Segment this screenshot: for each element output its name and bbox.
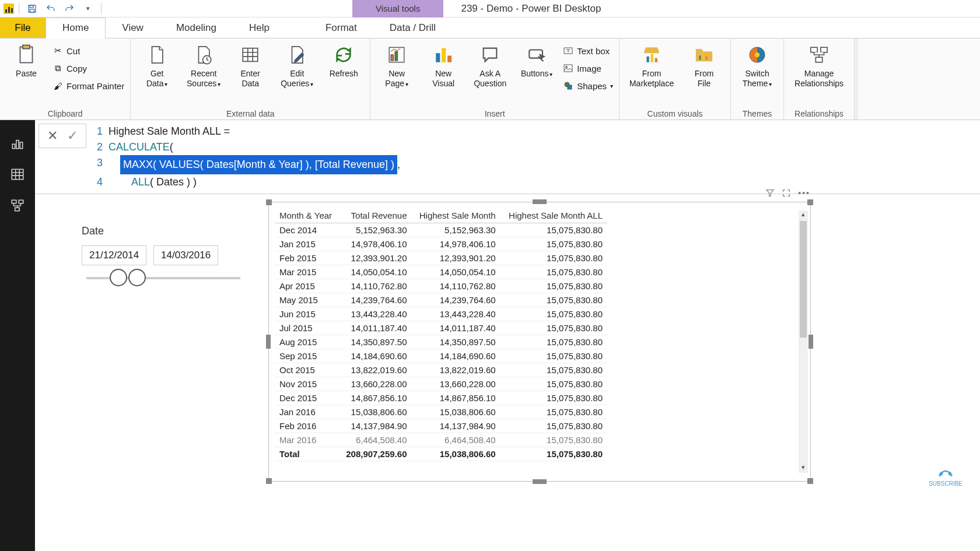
cell: 14,011,187.40 <box>411 321 500 335</box>
cell: 15,038,806.60 <box>339 405 412 419</box>
resize-handle[interactable] <box>266 199 272 205</box>
table-row[interactable]: Jul 201514,011,187.4014,011,187.4015,075… <box>275 321 607 335</box>
new-visual-button[interactable]: New Visual <box>423 41 464 89</box>
vertical-scrollbar[interactable]: ▴ ▾ <box>799 210 808 473</box>
get-data-button[interactable]: Get Data <box>136 41 177 89</box>
copy-button[interactable]: ⧉Copy <box>52 61 124 76</box>
more-options-icon[interactable]: ••• <box>798 188 810 199</box>
from-file-button[interactable]: From File <box>684 41 724 89</box>
format-painter-button[interactable]: 🖌Format Painter <box>52 78 124 93</box>
model-view-button[interactable] <box>9 197 26 215</box>
image-button[interactable]: Image <box>563 61 613 76</box>
svg-rect-31 <box>16 141 19 149</box>
table-row[interactable]: Sep 201514,184,690.6014,184,690.6015,075… <box>275 349 607 363</box>
table-row[interactable]: Mar 20166,464,508.406,464,508.4015,075,8… <box>275 433 607 447</box>
column-header[interactable]: Highest Sale Month ALL <box>501 208 607 223</box>
redo-button[interactable] <box>61 2 78 16</box>
cell: 14,110,762.80 <box>339 279 412 293</box>
table-row[interactable]: Feb 201512,393,901.2012,393,901.2015,075… <box>275 251 607 265</box>
resize-handle[interactable] <box>266 335 271 349</box>
textbox-button[interactable]: Text box <box>563 43 613 58</box>
shapes-button[interactable]: Shapes ▾ <box>563 78 613 93</box>
new-page-button[interactable]: New Page <box>376 41 417 89</box>
column-header[interactable]: Highest Sale Month <box>411 208 500 223</box>
tab-data-drill[interactable]: Data / Drill <box>373 17 452 38</box>
formula-editor[interactable]: 1Highest Sale Month ALL = 2CALCULATE( 3 … <box>90 120 980 194</box>
cut-button[interactable]: ✂Cut <box>52 43 124 58</box>
tab-view[interactable]: View <box>106 17 160 38</box>
table-row[interactable]: May 201514,239,764.6014,239,764.6015,075… <box>275 293 607 307</box>
slicer-range[interactable] <box>86 277 240 279</box>
cell: 14,137,984.90 <box>411 419 500 433</box>
data-view-button[interactable] <box>9 166 26 183</box>
cell: 14,239,764.60 <box>339 293 412 307</box>
table-row[interactable]: Oct 201513,822,019.6013,822,019.6015,075… <box>275 363 607 377</box>
table-row[interactable]: Nov 201513,660,228.0013,660,228.0015,075… <box>275 377 607 391</box>
title-bar: ▾ Visual tools 239 - Demo - Power BI Des… <box>0 0 980 17</box>
ribbon-tabs: File Home View Modeling Help Format Data… <box>0 17 980 38</box>
table-row[interactable]: Apr 201514,110,762.8014,110,762.8015,075… <box>275 279 607 293</box>
separator <box>101 3 102 15</box>
formula-bar: ✕ ✓ 1Highest Sale Month ALL = 2CALCULATE… <box>35 120 980 194</box>
cell: 12,393,901.20 <box>411 251 500 265</box>
cell: 15,075,830.80 <box>501 223 607 237</box>
svg-rect-33 <box>12 169 23 179</box>
refresh-button[interactable]: Refresh <box>323 41 364 79</box>
column-header[interactable]: Total Revenue <box>339 208 412 223</box>
save-button[interactable] <box>24 2 40 16</box>
scissors-icon: ✂ <box>52 45 63 56</box>
table-row[interactable]: Feb 201614,137,984.9014,137,984.9015,075… <box>275 419 607 433</box>
table-visual[interactable]: ••• Month & YearTotal RevenueHighest Sal… <box>268 202 811 482</box>
paintbrush-icon: 🖌 <box>52 80 63 91</box>
switch-theme-button[interactable]: Switch Theme <box>737 41 778 89</box>
table-row[interactable]: Jun 201513,443,228.4013,443,228.4015,075… <box>275 307 607 321</box>
scrollbar-thumb[interactable] <box>800 221 807 338</box>
scroll-down-icon[interactable]: ▾ <box>799 464 808 473</box>
report-view-button[interactable] <box>9 134 26 152</box>
table-row[interactable]: Dec 20145,152,963.305,152,963.3015,075,8… <box>275 223 607 237</box>
date-slicer[interactable]: Date 21/12/2014 14/03/2016 <box>82 225 245 291</box>
table-row[interactable]: Jan 201615,038,806.6015,038,806.6015,075… <box>275 405 607 419</box>
slicer-thumb-left[interactable] <box>110 269 127 286</box>
undo-button[interactable] <box>43 2 59 16</box>
manage-relationships-button[interactable]: Manage Relationships <box>790 41 848 89</box>
resize-handle[interactable] <box>266 478 272 484</box>
tab-format[interactable]: Format <box>309 17 373 38</box>
resize-handle[interactable] <box>533 479 547 484</box>
slicer-to-input[interactable]: 14/03/2016 <box>153 245 218 265</box>
ask-question-button[interactable]: Ask A Question <box>470 41 510 89</box>
qat-dropdown[interactable]: ▾ <box>80 2 96 16</box>
svg-rect-3 <box>20 47 33 63</box>
resize-handle[interactable] <box>807 199 813 205</box>
formula-cancel-button[interactable]: ✕ <box>44 128 61 144</box>
table-row[interactable]: Mar 201514,050,054.1014,050,054.1015,075… <box>275 265 607 279</box>
paste-button[interactable]: Paste <box>6 41 47 79</box>
cell: 13,822,019.60 <box>411 363 500 377</box>
table-row[interactable]: Dec 201514,867,856.1014,867,856.1015,075… <box>275 391 607 405</box>
slicer-from-input[interactable]: 21/12/2014 <box>82 245 146 265</box>
column-header[interactable]: Month & Year <box>275 208 339 223</box>
resize-handle[interactable] <box>807 478 813 484</box>
cell: Aug 2015 <box>275 335 339 349</box>
buttons-button[interactable]: Buttons <box>516 41 557 79</box>
filter-icon[interactable] <box>765 188 775 199</box>
recent-sources-button[interactable]: Recent Sources <box>183 41 224 89</box>
focus-mode-icon[interactable] <box>782 188 791 199</box>
file-tab[interactable]: File <box>0 17 46 38</box>
resize-handle[interactable] <box>533 199 547 204</box>
from-marketplace-button[interactable]: From Marketplace <box>625 41 678 89</box>
resize-handle[interactable] <box>808 335 813 349</box>
tab-help[interactable]: Help <box>233 17 286 38</box>
table-icon <box>239 43 262 66</box>
formula-commit-button[interactable]: ✓ <box>64 128 81 144</box>
enter-data-button[interactable]: Enter Data <box>230 41 271 89</box>
tab-home[interactable]: Home <box>46 17 106 38</box>
edit-queries-button[interactable]: Edit Queries <box>276 41 317 89</box>
table-row[interactable]: Aug 201514,350,897.5014,350,897.5015,075… <box>275 335 607 349</box>
scroll-up-icon[interactable]: ▴ <box>799 210 808 220</box>
tab-modeling[interactable]: Modeling <box>160 17 233 38</box>
cell: Feb 2016 <box>275 419 339 433</box>
subscribe-watermark: SUBSCRIBE <box>929 462 963 487</box>
table-row[interactable]: Jan 201514,978,406.1014,978,406.1015,075… <box>275 237 607 251</box>
slicer-thumb-right[interactable] <box>128 269 146 286</box>
